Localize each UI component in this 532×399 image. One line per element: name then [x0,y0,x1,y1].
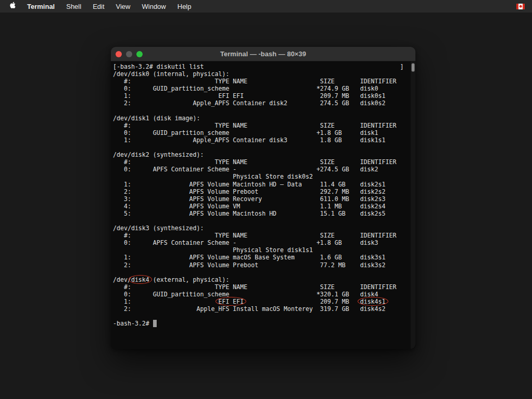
menu-item-help[interactable]: Help [172,3,197,10]
window-titlebar[interactable]: Terminal — -bash — 80×39 [111,47,415,61]
menu-item-view[interactable]: View [110,3,136,10]
terminal-text-segment: 1: [113,298,218,305]
terminal-text-segment: /dev/disk1 (disk image): [113,115,200,122]
terminal-text-segment: #: TYPE NAME SIZE IDENTIFIER [113,283,396,291]
terminal-text-segment: #: TYPE NAME SIZE IDENTIFIER [113,78,396,85]
terminal-text-segment: 2: Apple_APFS Container disk2 274.5 GB d… [113,99,386,107]
terminal-text-segment: #: TYPE NAME SIZE IDENTIFIER [113,158,396,166]
scrollbar-track[interactable] [411,61,415,349]
terminal-text-segment: 2: APFS Volume Preboot 292.7 MB disk2s2 [113,188,386,195]
menu-item-window[interactable]: Window [136,3,172,10]
window-title: Terminal — -bash — 80×39 [111,50,415,58]
terminal-text-segment: 0: GUID_partition_scheme *274.9 GB disk0 [113,85,378,92]
terminal-text-segment: Physical Store disk1s1 [113,246,313,254]
terminal-text-segment: 0: APFS Container Scheme - +1.8 GB disk3 [113,239,378,246]
terminal-text-segment: /dev/ [113,276,131,283]
menu-bar: Terminal Shell Edit View Window Help [0,0,532,13]
terminal-text-segment: 5: APFS Volume Macintosh HD 15.1 GB disk… [113,210,386,217]
terminal-cursor [153,320,157,327]
terminal-window: Terminal — -bash — 80×39 [-bash-3.2# dis… [111,47,415,349]
terminal-text-segment: -bash-3.2# [113,320,153,327]
terminal-text-segment: 1: EFI EFI 209.7 MB disk0s1 [113,92,386,99]
close-button[interactable] [116,51,122,57]
red-circle-annotation: disk4s1 [360,298,386,305]
terminal-text-segment: 0: APFS Container Scheme - +274.5 GB dis… [113,166,378,173]
menu-item-shell[interactable]: Shell [60,3,87,10]
terminal-text-segment: (external, physical): [149,276,230,283]
terminal-text-segment: 1: APFS Volume macOS Base System 1.6 GB … [113,254,386,261]
traffic-lights [111,51,143,57]
terminal-text-segment: 1: Apple_APFS Container disk3 1.8 GB dis… [113,136,386,144]
apple-logo-icon [9,2,16,11]
terminal-text-segment: Physical Store disk0s2 [113,173,313,180]
terminal-text-segment: 0: GUID_partition_scheme *320.1 GB disk4 [113,291,378,298]
terminal-output[interactable]: [-bash-3.2# diskutil list ] /dev/disk0 (… [111,61,415,327]
terminal-text-segment: [-bash-3.2# diskutil list ] [113,63,403,70]
red-circle-annotation: disk4 [131,276,149,283]
apple-menu[interactable] [7,2,21,11]
terminal-text-segment: /dev/disk2 (synthesized): [113,151,204,158]
terminal-text-segment: /dev/disk3 (synthesized): [113,225,204,232]
terminal-text-segment: #: TYPE NAME SIZE IDENTIFIER [113,232,396,239]
input-source-flag-canada[interactable] [514,4,527,9]
terminal-text-segment: /dev/disk0 (internal, physical): [113,70,229,78]
terminal-text-segment: 2: APFS Volume Preboot 77.2 MB disk3s2 [113,261,386,269]
terminal-text-segment: #: TYPE NAME SIZE IDENTIFIER [113,122,396,129]
scrollbar-thumb[interactable] [411,63,415,72]
zoom-button[interactable] [136,51,143,57]
terminal-text-segment: 3: APFS Volume Recovery 611.0 MB disk2s3 [113,195,386,203]
minimize-button[interactable] [126,51,132,57]
red-circle-annotation: EFI EFI [218,298,244,305]
menu-item-terminal[interactable]: Terminal [21,3,60,10]
terminal-text-segment: 4: APFS Volume VM 1.1 MB disk2s4 [113,203,386,210]
terminal-text-segment: 2: Apple_HFS Install macOS Monterey 319.… [113,305,386,313]
menu-item-edit[interactable]: Edit [87,3,110,10]
terminal-text-segment: 0: GUID_partition_scheme +1.8 GB disk1 [113,129,378,136]
terminal-text-segment: 209.7 MB [244,298,360,305]
terminal-content[interactable]: [-bash-3.2# diskutil list ] /dev/disk0 (… [111,61,415,349]
terminal-text-segment: 1: APFS Volume Macintosh HD — Data 11.4 … [113,181,386,188]
